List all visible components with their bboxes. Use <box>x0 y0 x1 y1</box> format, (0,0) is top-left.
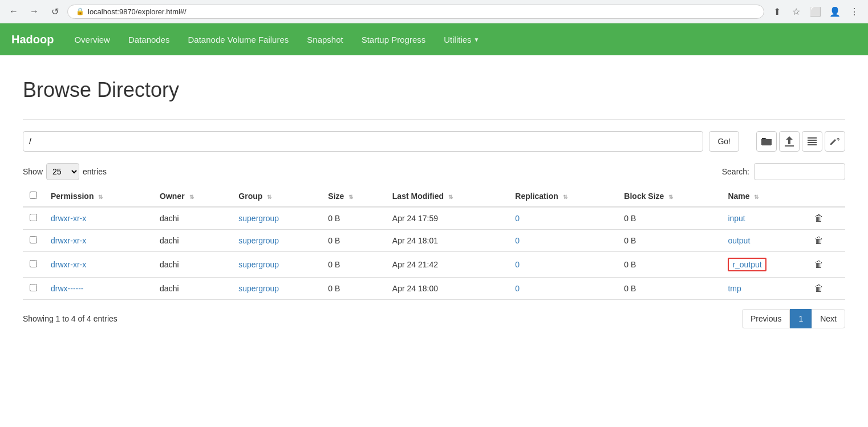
name-cell-3: tmp <box>721 278 807 300</box>
showing-text: Showing 1 to 4 of 4 entries <box>23 314 117 323</box>
sort-icon-owner: ⇅ <box>189 194 194 200</box>
table-row: drwxr-xr-xdachisupergroup0 BApr 24 17:59… <box>23 207 845 230</box>
share-button[interactable]: ⬆ <box>769 3 785 19</box>
owner-cell-2: dachi <box>153 252 232 278</box>
name-cell-1: output <box>721 230 807 252</box>
address-bar[interactable]: 🔒 localhost:9870/explorer.html#/ <box>67 5 764 19</box>
col-header-name[interactable]: Name ⇅ <box>721 186 807 207</box>
forward-button[interactable]: → <box>26 3 42 19</box>
last-modified-cell-0: Apr 24 17:59 <box>386 207 509 230</box>
replication-link-0[interactable]: 0 <box>515 214 520 223</box>
divider <box>23 119 845 120</box>
name-link-3[interactable]: tmp <box>728 284 741 293</box>
previous-button[interactable]: Previous <box>742 309 790 328</box>
size-cell-0: 0 B <box>321 207 385 230</box>
search-label: Search: <box>722 167 749 176</box>
group-link-3[interactable]: supergroup <box>238 284 279 293</box>
nav-utilities[interactable]: Utilities ▼ <box>435 23 488 55</box>
col-header-actions <box>808 186 845 207</box>
main-content: Browse Directory Go! Show 10 25 <box>0 55 868 340</box>
delete-button-0[interactable]: 🗑 <box>814 213 824 223</box>
name-link-2[interactable]: r_output <box>732 260 761 269</box>
go-button[interactable]: Go! <box>709 131 739 152</box>
name-link-0[interactable]: input <box>728 214 745 223</box>
permission-link-3[interactable]: drwx------ <box>51 284 84 293</box>
permission-link-1[interactable]: drwxr-xr-x <box>51 236 86 245</box>
table-body: drwxr-xr-xdachisupergroup0 BApr 24 17:59… <box>23 207 845 300</box>
sort-icon-name: ⇅ <box>754 194 759 200</box>
col-header-owner[interactable]: Owner ⇅ <box>153 186 232 207</box>
size-cell-1: 0 B <box>321 230 385 252</box>
page-1-button[interactable]: 1 <box>790 309 812 328</box>
row-checkbox-0[interactable] <box>30 214 37 221</box>
last-modified-cell-2: Apr 24 21:42 <box>386 252 509 278</box>
pagination: Previous 1 Next <box>742 309 845 328</box>
sort-icon-last-modified: ⇅ <box>448 194 453 200</box>
row-checkbox-3[interactable] <box>30 284 37 291</box>
group-link-0[interactable]: supergroup <box>238 214 279 223</box>
back-button[interactable]: ← <box>6 3 22 19</box>
navbar: Hadoop Overview Datanodes Datanode Volum… <box>0 23 868 55</box>
group-link-1[interactable]: supergroup <box>238 236 279 245</box>
group-link-2[interactable]: supergroup <box>238 260 279 269</box>
entries-select[interactable]: 10 25 50 100 <box>46 163 79 180</box>
block-size-cell-2: 0 B <box>617 252 721 278</box>
nav-datanodes[interactable]: Datanodes <box>119 23 179 55</box>
entries-label: entries <box>83 167 107 176</box>
replication-link-2[interactable]: 0 <box>515 260 520 269</box>
navbar-brand[interactable]: Hadoop <box>11 33 54 46</box>
tool-icon-button[interactable] <box>825 131 845 152</box>
delete-button-1[interactable]: 🗑 <box>814 235 824 245</box>
upload-icon-button[interactable] <box>779 131 800 152</box>
path-input[interactable] <box>23 131 703 152</box>
table-controls: Show 10 25 50 100 entries Search: <box>23 163 845 180</box>
replication-link-1[interactable]: 0 <box>515 236 520 245</box>
name-cell-0: input <box>721 207 807 230</box>
sort-icon-block-size: ⇅ <box>668 194 673 200</box>
window-button[interactable]: ⬜ <box>808 3 824 19</box>
permission-link-0[interactable]: drwxr-xr-x <box>51 214 86 223</box>
name-link-1[interactable]: output <box>728 236 750 245</box>
owner-cell-1: dachi <box>153 230 232 252</box>
reload-button[interactable]: ↺ <box>47 3 63 19</box>
col-header-block-size[interactable]: Block Size ⇅ <box>617 186 721 207</box>
delete-button-3[interactable]: 🗑 <box>814 283 824 293</box>
svg-rect-2 <box>808 142 817 143</box>
col-header-last-modified[interactable]: Last Modified ⇅ <box>386 186 509 207</box>
nav-startup-progress[interactable]: Startup Progress <box>352 23 435 55</box>
show-label: Show <box>23 167 43 176</box>
nav-datanode-volume-failures[interactable]: Datanode Volume Failures <box>179 23 298 55</box>
select-all-checkbox[interactable] <box>30 192 37 199</box>
list-icon-button[interactable] <box>802 131 822 152</box>
table-header-row: Permission ⇅ Owner ⇅ Group ⇅ Size ⇅ Last… <box>23 186 845 207</box>
col-header-permission[interactable]: Permission ⇅ <box>44 186 153 207</box>
row-checkbox-2[interactable] <box>30 260 37 267</box>
bookmark-button[interactable]: ☆ <box>788 3 804 19</box>
replication-link-3[interactable]: 0 <box>515 284 520 293</box>
size-cell-3: 0 B <box>321 278 385 300</box>
menu-button[interactable]: ⋮ <box>846 3 862 19</box>
row-checkbox-1[interactable] <box>30 236 37 243</box>
col-header-size[interactable]: Size ⇅ <box>321 186 385 207</box>
table-row: drwx------dachisupergroup0 BApr 24 18:00… <box>23 278 845 300</box>
nav-overview[interactable]: Overview <box>65 23 119 55</box>
name-cell-2: r_output <box>721 252 807 278</box>
col-header-group[interactable]: Group ⇅ <box>232 186 321 207</box>
toolbar-icons <box>756 131 845 152</box>
browser-chrome: ← → ↺ 🔒 localhost:9870/explorer.html#/ ⬆… <box>0 0 868 23</box>
path-bar: Go! <box>23 131 845 152</box>
last-modified-cell-3: Apr 24 18:00 <box>386 278 509 300</box>
owner-cell-3: dachi <box>153 278 232 300</box>
nav-snapshot[interactable]: Snapshot <box>298 23 352 55</box>
folder-icon-button[interactable] <box>756 131 777 152</box>
sort-icon-group: ⇅ <box>267 194 271 200</box>
svg-rect-1 <box>808 140 817 141</box>
col-header-replication[interactable]: Replication ⇅ <box>508 186 617 207</box>
table-row: drwxr-xr-xdachisupergroup0 BApr 24 21:42… <box>23 252 845 278</box>
page-title: Browse Directory <box>23 78 845 102</box>
profile-button[interactable]: 👤 <box>827 3 843 19</box>
search-input[interactable] <box>754 163 845 180</box>
permission-link-2[interactable]: drwxr-xr-x <box>51 260 86 269</box>
delete-button-2[interactable]: 🗑 <box>814 259 824 269</box>
next-button[interactable]: Next <box>812 309 845 328</box>
